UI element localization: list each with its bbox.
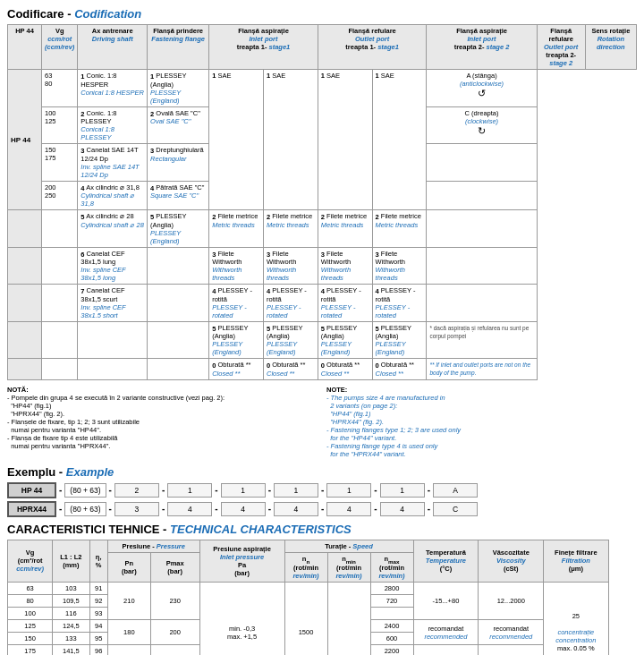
dash-15: - xyxy=(374,504,377,514)
td-l1l2-80: 109,5 xyxy=(53,595,89,608)
hp44-label: HP 44 xyxy=(8,25,42,70)
td-vg-150: 150 xyxy=(8,633,53,645)
td-nmax-80: 720 xyxy=(370,595,413,608)
td-l1l2-125: 124,5 xyxy=(53,620,89,633)
vg-100: 100125 xyxy=(42,106,78,144)
ex-val-2-3: 4 xyxy=(221,502,266,516)
shaft-1: 1 Conic. 1:8 HESPERConical 1:8 HESPER xyxy=(78,70,148,107)
td-pn-150: 150 xyxy=(107,645,150,655)
coding-title: Codificare - Codification xyxy=(7,7,637,21)
dash-10: - xyxy=(109,504,112,514)
td-eta-100: 93 xyxy=(89,608,107,620)
dash-3: - xyxy=(162,485,165,495)
ref2-4: 4 PLESSEY - rotităPLESSEY - rotated xyxy=(372,285,427,322)
td-nmin-empty xyxy=(327,583,370,655)
flange-5-asp: 5 PLESSEY (Anglia)PLESSEY (England) xyxy=(148,210,209,248)
th-inlet-pressure: Presiune aspirațieInlet pressurePa(bar) xyxy=(199,540,284,583)
stage1-header: Flanșă aspirațieInlet porttreapta 1- sta… xyxy=(209,25,318,70)
asp2-3: 3 Filete WithworthWithworth threads xyxy=(318,247,372,285)
shaft-3: 3 Canelat SAE 14T 12/24 DpInv. spline SA… xyxy=(78,144,148,182)
example-row-2: HPRX44 - (80 + 63) - 3 - 4 - 4 - 4 - 4 -… xyxy=(7,501,637,517)
dash-7: - xyxy=(374,485,377,495)
rot-empty6: * dacă aspirația și refularea nu sunt pe… xyxy=(427,321,537,359)
dash-8: - xyxy=(428,485,430,495)
td-visc-recommended: recomandatrecommended xyxy=(479,620,544,645)
ex-val-1-7: A xyxy=(433,483,478,498)
ref1-sae: 1 SAE xyxy=(263,70,318,210)
asp2-sae: 1 SAE xyxy=(318,70,372,210)
rot-empty4 xyxy=(427,247,537,285)
stage2-out-header: Flanșă refulareOutlet porttreapta 2- sta… xyxy=(537,25,585,70)
rotation-c: C (dreapta)(clockwise)↻ xyxy=(427,106,537,144)
tech-title: CARACTERISTICI TEHNICE - TECHNICAL CHARA… xyxy=(7,523,637,536)
td-pmax-200: 200 xyxy=(150,620,199,645)
td-pa-range: min. -0,3max. +1,5 xyxy=(199,583,284,655)
rot-empty5 xyxy=(427,285,537,322)
shaft-empty2 xyxy=(78,359,148,380)
td-eta-175: 96 xyxy=(89,645,107,655)
td-l1l2-175: 141,5 xyxy=(53,645,89,655)
vg-empty xyxy=(42,210,78,248)
ref1-5: 2 Filete metriceMetric threads xyxy=(263,210,318,248)
ex-label-hprx44: HPRX44 xyxy=(7,501,56,517)
dash-9: - xyxy=(59,504,62,514)
td-vg-125: 125 xyxy=(8,620,53,633)
rot-empty3 xyxy=(427,210,537,248)
ref1-4: 4 PLESSEY - rotităPLESSEY - rotated xyxy=(263,285,318,322)
td-nmax-2800: 2800 xyxy=(370,583,413,595)
ex-val-2-1: 3 xyxy=(114,502,159,516)
asp1-sae: 1 SAE xyxy=(209,70,264,210)
flange-4: 4 Pătrată SAE "C"Square SAE "C" xyxy=(148,181,209,210)
rotation-header: Sens rotațieRotation direction xyxy=(585,25,636,70)
ref2-sae: 1 SAE xyxy=(372,70,427,210)
td-pn-210: 210 xyxy=(107,583,150,620)
td-pn-180: 180 xyxy=(107,620,150,645)
td-visc-range2: 25...200 xyxy=(479,645,544,655)
td-l1l2-150: 133 xyxy=(53,633,89,645)
th-temp: TemperaturăTemperature(°C) xyxy=(413,540,479,583)
vg-200: 200250 xyxy=(42,181,78,210)
td-vg-80: 80 xyxy=(8,595,53,608)
vg-63: 6380 xyxy=(42,70,78,107)
ex-val-1-5: 1 xyxy=(326,483,371,498)
vg-150: 150175 xyxy=(42,144,78,182)
td-vg-100: 100 xyxy=(8,608,53,620)
shaft-empty xyxy=(78,321,148,359)
hp44-extra4 xyxy=(8,321,42,359)
ref2-5: 2 Filete metriceMetric threads xyxy=(372,210,427,248)
shaft-6: 6 Canelat CEF 38x1,5 lungInv. spline CEF… xyxy=(78,247,148,285)
rotation-empty1 xyxy=(427,144,537,182)
rotation-a: A (stânga)(anticlockwise)↺ xyxy=(427,70,537,107)
ex-val-2-5: 4 xyxy=(326,502,371,516)
flange-1: 1 PLESSEY (Anglia)PLESSEY (England) xyxy=(148,70,209,107)
shaft-header: Ax antrenareDriving shaft xyxy=(78,25,148,70)
dash-13: - xyxy=(268,504,271,514)
asp1-4: 4 PLESSEY - rotităPLESSEY - rotated xyxy=(209,285,264,322)
hp44-extra5 xyxy=(8,359,42,380)
ex-val-1-1: 2 xyxy=(114,483,159,498)
td-temp-range2: 0...60 xyxy=(413,645,479,655)
td-nn-1500: 1500 xyxy=(284,583,327,655)
ex-label-hp44: HP 44 xyxy=(7,482,56,498)
th-pressure: Presiune - Pressure xyxy=(107,540,199,552)
th-speed: Turație - Speed xyxy=(284,540,413,552)
ex-val-1-2: 1 xyxy=(167,483,212,498)
td-filtration-25: 25concentrațieconcentrationmax. 0.05 % xyxy=(544,583,608,655)
td-eta-63: 91 xyxy=(89,583,107,595)
th-l1l2: L1 : L2(mm) xyxy=(53,540,89,583)
example-row-1: HP 44 - (80 + 63) - 2 - 1 - 1 - 1 - 1 - … xyxy=(7,482,637,498)
dash-11: - xyxy=(162,504,165,514)
ref1-5b: 5 PLESSEY (Anglia)PLESSEY (England) xyxy=(263,321,318,359)
vg-header: Vgccm/rot(ccm/rev) xyxy=(42,25,78,70)
asp1-0: 0 Obturată **Closed ** xyxy=(209,359,264,380)
dash-2: - xyxy=(109,485,112,495)
tech-characteristics-table: Vg(cm³/rotccm/rev) L1 : L2(mm) η,% Presi… xyxy=(7,540,637,655)
td-eta-80: 92 xyxy=(89,595,107,608)
notes-section: NOTĂ: - Pompele din grupa 4 se execută î… xyxy=(7,386,637,458)
stage1-out-header: Flanșă refulareOutlet porttreapta 1- sta… xyxy=(318,25,427,70)
fastening-header: Flanșă prindereFastening flange xyxy=(148,25,209,70)
dash-14: - xyxy=(321,504,324,514)
rot-empty7: ** If inlet and outlet ports are not on … xyxy=(427,359,537,380)
ex-val-2-6: 4 xyxy=(380,502,425,516)
dash-16: - xyxy=(428,504,430,514)
